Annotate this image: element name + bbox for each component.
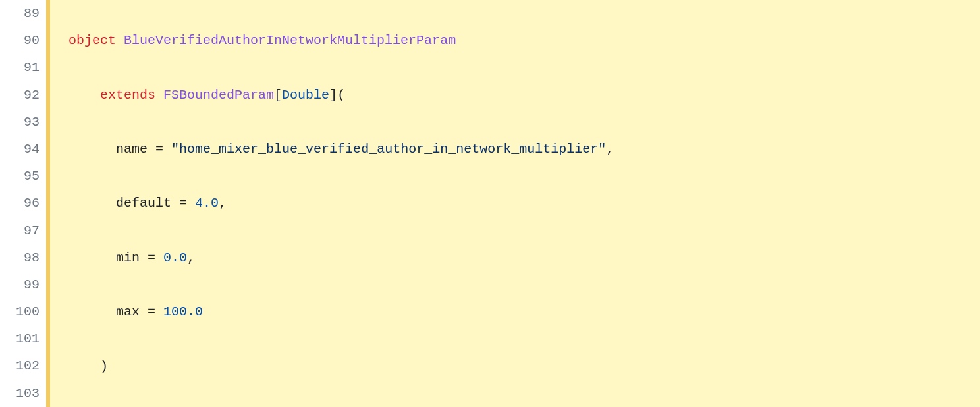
line-number: 103 [0,380,40,407]
equals: = [179,196,187,211]
line-number: 91 [0,54,40,81]
line-number: 92 [0,82,40,109]
code-line: name = "home_mixer_blue_verified_author_… [53,136,980,163]
space [140,250,148,265]
number-literal: 0.0 [163,250,187,265]
left-bracket: [ [274,88,282,103]
indent [53,304,116,319]
line-number: 95 [0,163,40,190]
code-line: max = 100.0 [53,298,980,325]
line-number: 102 [0,352,40,379]
keyword-object: object [68,33,116,48]
line-number: 100 [0,298,40,325]
line-number: 101 [0,325,40,352]
comma: , [606,142,614,157]
line-number-gutter: 89 90 91 92 93 94 95 96 97 98 99 100 101… [0,0,46,407]
line-number: 98 [0,244,40,271]
space [163,142,171,157]
comma: , [219,196,227,211]
class-name: BlueVerifiedAuthorInNetworkMultiplierPar… [124,33,456,48]
line-number: 89 [0,0,40,27]
indent [53,33,68,48]
equals: = [155,142,163,157]
line-number: 93 [0,109,40,136]
left-paren: ( [337,88,345,103]
right-bracket: ] [329,88,337,103]
code-area: object BlueVerifiedAuthorInNetworkMultip… [46,0,980,407]
equals: = [148,304,155,319]
code-line: extends FSBoundedParam[Double]( [53,82,980,109]
code-line: object BlueVerifiedAuthorInNetworkMultip… [53,27,980,54]
indent [53,359,100,374]
code-line: ) [53,353,980,380]
keyword-extends: extends [100,88,155,103]
line-number: 97 [0,217,40,244]
parent-class: FSBoundedParam [163,88,274,103]
line-number: 94 [0,136,40,163]
space [116,33,124,48]
space [171,196,179,211]
space [148,142,155,157]
space [187,196,195,211]
comma: , [187,250,195,265]
string-literal: "home_mixer_blue_verified_author_in_netw… [171,142,606,157]
space [155,250,163,265]
equals: = [148,250,155,265]
indent [53,250,116,265]
space [155,304,163,319]
number-literal: 100.0 [163,304,203,319]
indent [53,142,116,157]
line-number: 90 [0,27,40,54]
indent [53,88,100,103]
code-block: 89 90 91 92 93 94 95 96 97 98 99 100 101… [0,0,980,407]
line-number: 96 [0,190,40,217]
line-number: 99 [0,271,40,298]
param-min: min [116,250,140,265]
code-line: default = 4.0, [53,190,980,217]
param-max: max [116,304,140,319]
number-literal: 4.0 [195,196,219,211]
param-name: name [116,142,148,157]
right-paren: ) [100,359,108,374]
space [155,88,163,103]
type-param: Double [282,88,329,103]
code-line: min = 0.0, [53,244,980,271]
space [140,304,148,319]
param-default: default [116,196,171,211]
indent [53,196,116,211]
